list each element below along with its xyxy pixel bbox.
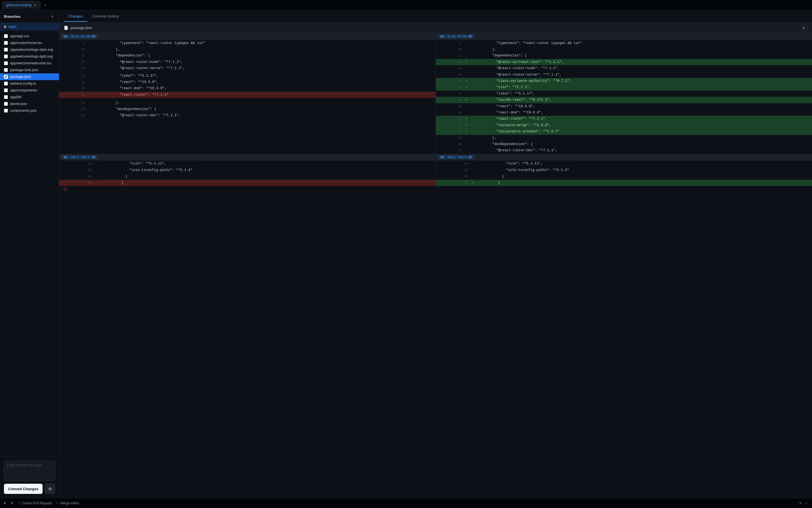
diff-line: 18+ "lucide-react": "^0.471.1",	[436, 97, 812, 103]
branch-dot-icon	[4, 26, 6, 28]
header-actions: ＋	[49, 13, 55, 19]
line-number: 13	[436, 65, 464, 72]
push-up-icon: ⬆	[11, 501, 13, 505]
file-checkbox[interactable]	[4, 41, 8, 45]
file-item[interactable]: package.json	[0, 73, 59, 80]
file-item[interactable]: app/app.css	[0, 33, 59, 40]
diff-left-table-2: @@ -28,4 +34,4 @@28 "vite": "^5.4.11",29…	[59, 154, 436, 186]
diff-left-side-2: @@ -28,4 +34,4 @@28 "vite": "^5.4.11",29…	[59, 154, 436, 186]
file-item[interactable]: app/lib/	[0, 94, 59, 100]
line-code: }	[111, 173, 436, 179]
file-checkbox[interactable]	[4, 95, 8, 99]
add-branch-button[interactable]: ＋	[49, 13, 55, 19]
diff-line: 13 "@react-router/node": "^7.1.1",	[436, 65, 812, 72]
push-up-button[interactable]: ⬆	[11, 501, 13, 505]
file-checkbox[interactable]	[4, 88, 8, 92]
file-checkbox[interactable]	[4, 34, 8, 38]
hunk-label: @@ -9,12 +9,18 @@	[61, 34, 98, 38]
diff-line: 23+ "tailwindcss-animate": "^1.0.7"	[436, 128, 812, 135]
diff-line: 14 "isbot": "^5.1.17",	[59, 73, 436, 79]
file-checkbox[interactable]	[4, 82, 8, 86]
line-number: 35	[436, 167, 471, 173]
file-name-label: app/welcome/logo-dark.svg	[10, 48, 53, 52]
moon-button[interactable]: ☾	[806, 501, 809, 505]
line-number: 21	[436, 116, 464, 122]
file-name-label: app/welcome/logo-light.svg	[10, 54, 53, 58]
line-sign	[94, 173, 111, 179]
removed-line-icon-area: −	[59, 186, 812, 193]
line-code: },	[101, 46, 436, 52]
line-sign	[88, 46, 101, 52]
line-sign	[464, 46, 478, 52]
refresh-button[interactable]: ↻	[799, 501, 802, 505]
diff-line: 35 "vite-tsconfig-paths": "^5.1.4"	[436, 167, 812, 173]
nav-tab-changes[interactable]: Changes	[64, 11, 87, 22]
line-number: 29	[59, 167, 94, 173]
file-checkbox[interactable]	[4, 102, 8, 106]
create-pull-request-button[interactable]: ⑃ Create Pull Request	[18, 501, 52, 505]
file-item[interactable]: components.json	[0, 107, 59, 114]
file-item[interactable]: app/welcome/welcome.tsx	[0, 60, 59, 67]
file-name-label: components.json	[10, 109, 37, 113]
file-item[interactable]: tailwind.config.ts	[0, 80, 59, 87]
file-checkbox[interactable]	[4, 68, 8, 72]
line-number: 11	[59, 52, 88, 59]
split-view-button[interactable]: ⊞	[800, 25, 808, 31]
file-item[interactable]: package-lock.json	[0, 67, 59, 73]
tab-bar: gitaurora-landing ✕ +	[0, 0, 812, 10]
main-branch-item[interactable]: main	[0, 23, 59, 31]
file-checkbox[interactable]	[4, 109, 8, 113]
tab-close-icon[interactable]: ✕	[33, 3, 37, 7]
line-number: 13	[59, 65, 88, 72]
line-sign	[464, 103, 478, 110]
file-item[interactable]: app/routes/home.tsx	[0, 40, 59, 46]
file-list: app/app.cssapp/routes/home.tsxapp/welcom…	[0, 31, 59, 456]
pull-down-button[interactable]: ⬇	[3, 501, 6, 505]
branch-name: main	[8, 25, 16, 29]
sidebar: Branches ＋ main app/app.cssapp/routes/ho…	[0, 10, 59, 498]
line-sign	[471, 167, 488, 173]
diff-line: 12+ "@radix-ui/react-slot": "^1.1.1",	[436, 59, 812, 65]
diff-container[interactable]: 📄 package.json ⊞ @@ -9,12 +9,18 @@9 "typ…	[59, 23, 812, 498]
line-code: "devDependencies": {	[478, 141, 812, 147]
line-number: 15	[59, 79, 88, 85]
line-number: 18	[436, 97, 464, 103]
file-item[interactable]: app/components/	[0, 87, 59, 94]
file-checkbox[interactable]	[4, 75, 8, 79]
line-sign	[94, 161, 111, 167]
file-checkbox[interactable]	[4, 48, 8, 52]
diff-line: 14 "@react-router/serve": "^7.1.1",	[436, 72, 812, 78]
file-item[interactable]: biome.json	[0, 100, 59, 107]
new-tab-button[interactable]: +	[42, 2, 49, 8]
line-code: "dependencies": {	[478, 52, 812, 59]
commit-message-input[interactable]	[4, 461, 55, 481]
line-sign: +	[471, 180, 488, 186]
diff-right-side: @@ -9,12 +9,18 @@9 "typecheck": "react-r…	[436, 33, 812, 154]
file-item[interactable]: app/welcome/logo-dark.svg	[0, 46, 59, 53]
diff-line: 19 "devDependencies": {	[59, 106, 436, 112]
file-checkbox[interactable]	[4, 54, 8, 58]
line-code: "dependencies": {	[101, 52, 436, 59]
diff-line: 11 "dependencies": {	[59, 52, 436, 59]
line-code: "react-router": "^7.1.1"	[101, 92, 436, 98]
file-name-label: app/lib/	[10, 95, 21, 99]
line-number: 17	[59, 92, 88, 98]
line-sign	[88, 52, 101, 59]
line-sign	[88, 73, 101, 79]
line-number: 19	[436, 103, 464, 110]
merge-editor-button[interactable]: ⑂ Merge editor	[56, 501, 79, 505]
diff-left-table: @@ -9,12 +9,18 @@9 "typecheck": "react-r…	[59, 33, 436, 119]
line-code: "react-dom": "^19.0.0",	[478, 110, 812, 116]
commit-changes-button[interactable]: Commit Changes	[4, 484, 43, 494]
line-sign	[88, 112, 101, 119]
diff-line: 12 "@react-router/node": "^7.1.1",	[59, 59, 436, 65]
browser-tab[interactable]: gitaurora-landing ✕	[2, 1, 41, 9]
line-number: 24	[436, 135, 464, 141]
file-item[interactable]: app/welcome/logo-light.svg	[0, 53, 59, 60]
nav-tab-commits-history[interactable]: Commits History	[87, 11, 123, 22]
line-sign	[464, 110, 478, 116]
commit-settings-button[interactable]: ⚙	[45, 484, 55, 494]
diff-line: 30 }	[59, 173, 436, 179]
file-checkbox[interactable]	[4, 61, 8, 65]
line-sign	[88, 85, 101, 91]
